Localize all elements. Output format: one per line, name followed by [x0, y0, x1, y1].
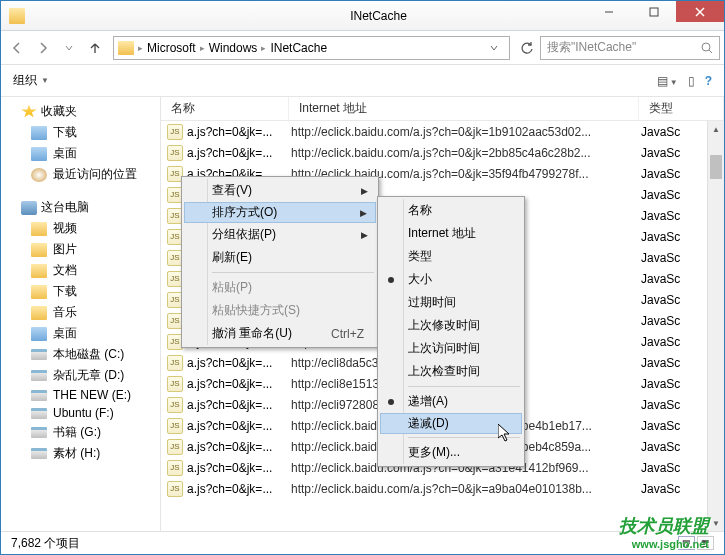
sidebar-item-recent[interactable]: 最近访问的位置	[1, 164, 160, 185]
js-file-icon: JS	[167, 124, 183, 140]
file-name: a.js?ch=0&jk=...	[187, 419, 291, 433]
scrollbar-thumb[interactable]	[710, 155, 722, 179]
menu-view[interactable]: 查看(V)▶	[184, 179, 376, 202]
sidebar-item-drive-g[interactable]: 书籍 (G:)	[1, 422, 160, 443]
history-dropdown[interactable]	[57, 36, 81, 60]
sidebar-item-videos[interactable]: 视频	[1, 218, 160, 239]
forward-button[interactable]	[31, 36, 55, 60]
scroll-up-icon[interactable]: ▲	[708, 121, 724, 138]
view-details-icon[interactable]: ▤ ▼	[657, 74, 678, 88]
address-dropdown[interactable]	[483, 37, 505, 59]
desktop-icon	[31, 147, 47, 161]
refresh-button[interactable]	[516, 37, 538, 59]
folder-icon	[31, 264, 47, 278]
sort-ascending[interactable]: 递增(A)	[380, 390, 522, 413]
sort-descending[interactable]: 递减(D)	[380, 413, 522, 434]
menu-sort-by[interactable]: 排序方式(O)▶	[184, 202, 376, 223]
file-url: http://eclick.baidu.com/a.js?ch=0&jk=1b9…	[291, 125, 641, 139]
breadcrumb[interactable]: Windows	[209, 41, 258, 55]
file-name: a.js?ch=0&jk=...	[187, 356, 291, 370]
chevron-right-icon[interactable]: ▸	[200, 43, 205, 53]
folder-icon	[118, 41, 134, 55]
organize-button[interactable]: 组织	[13, 72, 37, 89]
file-row[interactable]: JSa.js?ch=0&jk=...http://eclick.baidu.co…	[161, 121, 724, 142]
file-type: JavaSc	[641, 482, 680, 496]
file-type: JavaSc	[641, 125, 680, 139]
file-type: JavaSc	[641, 314, 680, 328]
menu-refresh[interactable]: 刷新(E)	[184, 246, 376, 269]
search-placeholder: 搜索"INetCache"	[547, 39, 636, 56]
sidebar-item-downloads[interactable]: 下载	[1, 122, 160, 143]
scroll-down-icon[interactable]: ▼	[708, 515, 724, 532]
column-header-url[interactable]: Internet 地址	[289, 97, 639, 120]
sidebar-item-drive-e[interactable]: THE NEW (E:)	[1, 386, 160, 404]
sidebar-item-drive-c[interactable]: 本地磁盘 (C:)	[1, 344, 160, 365]
back-button[interactable]	[5, 36, 29, 60]
sort-last-modified[interactable]: 上次修改时间	[380, 314, 522, 337]
js-file-icon: JS	[167, 145, 183, 161]
toolbar: 组织 ▼ ▤ ▼ ▯ ?	[1, 65, 724, 97]
file-name: a.js?ch=0&jk=...	[187, 398, 291, 412]
sort-last-accessed[interactable]: 上次访问时间	[380, 337, 522, 360]
maximize-button[interactable]	[631, 1, 676, 22]
sidebar-item-drive-d[interactable]: 杂乱无章 (D:)	[1, 365, 160, 386]
view-switcher[interactable]: ▤ ▦	[678, 536, 714, 550]
sort-more[interactable]: 更多(M)...	[380, 441, 522, 464]
navigation-pane[interactable]: 收藏夹 下载 桌面 最近访问的位置 这台电脑 视频 图片 文档 下载 音乐 桌面…	[1, 97, 161, 532]
search-input[interactable]: 搜索"INetCache"	[540, 36, 720, 60]
menu-undo-rename[interactable]: 撤消 重命名(U)Ctrl+Z	[184, 322, 376, 345]
sidebar-item-desktop2[interactable]: 桌面	[1, 323, 160, 344]
navigation-bar: ▸ Microsoft ▸ Windows ▸ INetCache 搜索"INe…	[1, 31, 724, 65]
up-button[interactable]	[83, 36, 107, 60]
column-header-type[interactable]: 类型	[639, 97, 724, 120]
sort-submenu: 名称 Internet 地址 类型 大小 过期时间 上次修改时间 上次访问时间 …	[377, 196, 525, 467]
sidebar-item-downloads2[interactable]: 下载	[1, 281, 160, 302]
help-icon[interactable]: ?	[705, 74, 712, 88]
sort-type[interactable]: 类型	[380, 245, 522, 268]
sidebar-item-documents[interactable]: 文档	[1, 260, 160, 281]
chevron-right-icon[interactable]: ▸	[261, 43, 266, 53]
window-titlebar: INetCache	[1, 1, 724, 31]
file-type: JavaSc	[641, 398, 680, 412]
vertical-scrollbar[interactable]: ▲ ▼	[707, 121, 724, 532]
breadcrumb[interactable]: Microsoft	[147, 41, 196, 55]
file-type: JavaSc	[641, 167, 680, 181]
sort-internet-addr[interactable]: Internet 地址	[380, 222, 522, 245]
file-row[interactable]: JSa.js?ch=0&jk=...http://eclick.baidu.co…	[161, 478, 724, 499]
file-type: JavaSc	[641, 419, 680, 433]
sidebar-item-drive-f[interactable]: Ubuntu (F:)	[1, 404, 160, 422]
preview-pane-icon[interactable]: ▯	[688, 74, 695, 88]
sidebar-item-pictures[interactable]: 图片	[1, 239, 160, 260]
menu-separator	[408, 386, 520, 387]
chevron-down-icon[interactable]: ▼	[41, 76, 49, 85]
file-type: JavaSc	[641, 146, 680, 160]
bullet-icon	[388, 277, 394, 283]
file-type: JavaSc	[641, 293, 680, 307]
column-header-name[interactable]: 名称	[161, 97, 289, 120]
close-button[interactable]	[676, 1, 724, 22]
drive-icon	[31, 390, 47, 401]
sort-size[interactable]: 大小	[380, 268, 522, 291]
sidebar-item-music[interactable]: 音乐	[1, 302, 160, 323]
thispc-header[interactable]: 这台电脑	[1, 197, 160, 218]
file-type: JavaSc	[641, 461, 680, 475]
sort-last-checked[interactable]: 上次检查时间	[380, 360, 522, 383]
sort-name[interactable]: 名称	[380, 199, 522, 222]
file-name: a.js?ch=0&jk=...	[187, 440, 291, 454]
minimize-button[interactable]	[586, 1, 631, 22]
svg-line-5	[709, 50, 712, 53]
js-file-icon: JS	[167, 418, 183, 434]
favorites-header[interactable]: 收藏夹	[1, 101, 160, 122]
chevron-right-icon[interactable]: ▸	[138, 43, 143, 53]
js-file-icon: JS	[167, 397, 183, 413]
sort-expiration[interactable]: 过期时间	[380, 291, 522, 314]
menu-group-by[interactable]: 分组依据(P)▶	[184, 223, 376, 246]
file-type: JavaSc	[641, 356, 680, 370]
address-bar[interactable]: ▸ Microsoft ▸ Windows ▸ INetCache	[113, 36, 510, 60]
folder-icon	[31, 243, 47, 257]
sidebar-item-desktop[interactable]: 桌面	[1, 143, 160, 164]
file-row[interactable]: JSa.js?ch=0&jk=...http://eclick.baidu.co…	[161, 142, 724, 163]
breadcrumb[interactable]: INetCache	[270, 41, 327, 55]
bullet-icon	[388, 399, 394, 405]
sidebar-item-drive-h[interactable]: 素材 (H:)	[1, 443, 160, 464]
